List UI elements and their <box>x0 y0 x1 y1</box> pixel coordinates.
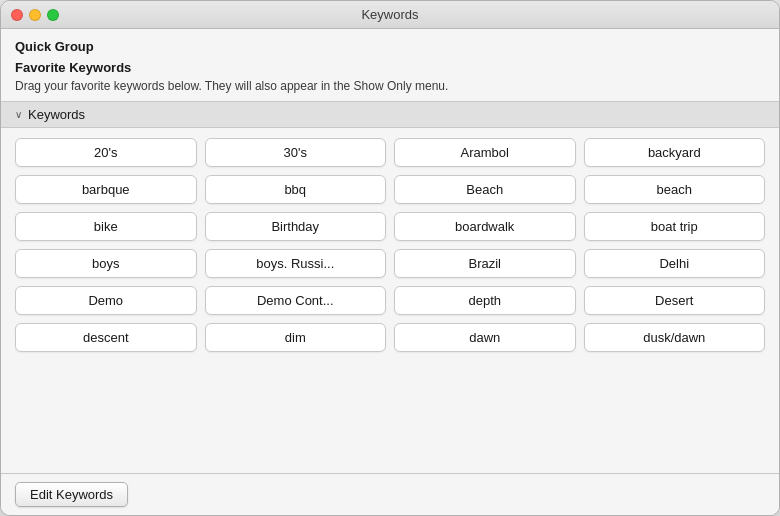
keyword-button[interactable]: Desert <box>584 286 766 315</box>
keywords-window: Keywords Quick Group Favorite Keywords D… <box>0 0 780 516</box>
quick-group-section: Quick Group Favorite Keywords Drag your … <box>1 29 779 101</box>
keyword-button[interactable]: Delhi <box>584 249 766 278</box>
window-title: Keywords <box>361 7 418 22</box>
traffic-lights <box>11 9 59 21</box>
keywords-grid: 20's30'sArambolbackyardbarbquebbqBeachbe… <box>15 138 765 352</box>
title-bar: Keywords <box>1 1 779 29</box>
keyword-button[interactable]: descent <box>15 323 197 352</box>
keywords-section-header: ∨ Keywords <box>1 101 779 128</box>
edit-keywords-button[interactable]: Edit Keywords <box>15 482 128 507</box>
keyword-button[interactable]: 20's <box>15 138 197 167</box>
main-content: Quick Group Favorite Keywords Drag your … <box>1 29 779 515</box>
quick-group-title: Quick Group <box>15 39 765 54</box>
keyword-button[interactable]: Birthday <box>205 212 387 241</box>
keyword-button[interactable]: boat trip <box>584 212 766 241</box>
minimize-button[interactable] <box>29 9 41 21</box>
keyword-button[interactable]: boardwalk <box>394 212 576 241</box>
keywords-grid-area: 20's30'sArambolbackyardbarbquebbqBeachbe… <box>1 128 779 473</box>
favorite-keywords-description: Drag your favorite keywords below. They … <box>15 77 765 95</box>
keyword-button[interactable]: Arambol <box>394 138 576 167</box>
keyword-button[interactable]: dawn <box>394 323 576 352</box>
keyword-button[interactable]: beach <box>584 175 766 204</box>
keyword-button[interactable]: 30's <box>205 138 387 167</box>
keyword-button[interactable]: bbq <box>205 175 387 204</box>
keyword-button[interactable]: bike <box>15 212 197 241</box>
keyword-button[interactable]: dim <box>205 323 387 352</box>
keyword-button[interactable]: boys <box>15 249 197 278</box>
keyword-button[interactable]: Beach <box>394 175 576 204</box>
keyword-button[interactable]: depth <box>394 286 576 315</box>
keywords-section-label: Keywords <box>28 107 85 122</box>
close-button[interactable] <box>11 9 23 21</box>
keyword-button[interactable]: Brazil <box>394 249 576 278</box>
maximize-button[interactable] <box>47 9 59 21</box>
keyword-button[interactable]: dusk/dawn <box>584 323 766 352</box>
footer: Edit Keywords <box>1 473 779 515</box>
chevron-icon[interactable]: ∨ <box>15 109 22 120</box>
keyword-button[interactable]: Demo Cont... <box>205 286 387 315</box>
keyword-button[interactable]: backyard <box>584 138 766 167</box>
favorite-keywords-title: Favorite Keywords <box>15 60 765 75</box>
keyword-button[interactable]: Demo <box>15 286 197 315</box>
keyword-button[interactable]: boys. Russi... <box>205 249 387 278</box>
keyword-button[interactable]: barbque <box>15 175 197 204</box>
